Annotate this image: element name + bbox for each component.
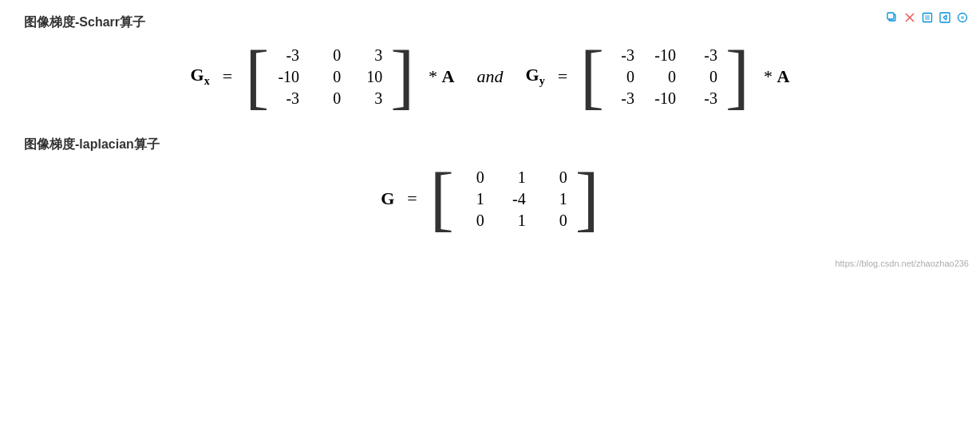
g-bracket-left: [ xyxy=(430,163,454,235)
g-cell-12: 1 xyxy=(545,190,567,208)
g-cell-01: 1 xyxy=(504,168,526,187)
gx-matrix: -3 0 3 -10 0 10 -3 0 3 xyxy=(269,43,390,111)
close-icon[interactable] xyxy=(903,11,916,24)
gx-sub: x xyxy=(204,76,210,88)
connector-and: and xyxy=(477,66,504,87)
toolbar xyxy=(886,11,969,24)
gy-eq: = xyxy=(558,66,567,87)
g-cell-02: 0 xyxy=(545,168,567,187)
g-cell-20: 0 xyxy=(462,212,484,230)
g-var: G xyxy=(381,188,394,209)
share-icon[interactable] xyxy=(939,11,951,24)
gx-cell-11: 0 xyxy=(318,68,341,86)
svg-rect-5 xyxy=(925,15,930,20)
gy-multiplier: * A xyxy=(764,66,789,87)
star-icon[interactable] xyxy=(956,11,969,24)
page-container: 图像梯度-Scharr算子 Gx = [ -3 0 3 -10 0 10 -3 … xyxy=(0,0,980,275)
g-cell-00: 0 xyxy=(462,168,484,187)
scharr-formula-row: Gx = [ -3 0 3 -10 0 10 -3 0 3 ] * A xyxy=(24,41,956,113)
g-cell-21: 1 xyxy=(504,212,526,230)
gx-cell-21: 0 xyxy=(318,89,341,108)
g-bracket-right: ] xyxy=(575,163,599,235)
svg-rect-6 xyxy=(940,13,950,22)
gy-bracket-left: [ xyxy=(580,41,604,113)
laplacian-formula-row: G = [ 0 1 0 1 -4 1 0 1 0 ] xyxy=(24,163,956,235)
gy-sub: y xyxy=(539,76,545,88)
gx-cell-10: -10 xyxy=(277,68,299,86)
gy-cell-11: 0 xyxy=(654,68,676,86)
g-matrix-wrapper: [ 0 1 0 1 -4 1 0 1 0 ] xyxy=(430,163,599,235)
copy-icon[interactable] xyxy=(886,11,899,24)
laplacian-title: 图像梯度-laplacian算子 xyxy=(24,136,956,153)
gy-cell-02: -3 xyxy=(695,46,717,65)
gx-multiplier: * A xyxy=(429,66,454,87)
laplacian-section: 图像梯度-laplacian算子 G = [ 0 1 0 1 -4 1 0 1 … xyxy=(24,136,956,235)
gy-var: Gy xyxy=(526,65,545,88)
gx-var: Gx xyxy=(191,65,210,88)
gx-cell-22: 3 xyxy=(360,89,382,108)
gx-bracket-right: ] xyxy=(390,41,414,113)
gy-cell-22: -3 xyxy=(695,89,717,108)
g-cell-22: 0 xyxy=(545,212,567,230)
gy-matrix-wrapper: [ -3 -10 -3 0 0 0 -3 -10 -3 ] xyxy=(580,41,749,113)
g-eq: = xyxy=(407,188,417,209)
svg-rect-1 xyxy=(887,13,894,19)
gy-cell-21: -10 xyxy=(654,89,676,108)
gx-cell-20: -3 xyxy=(277,89,299,108)
fullscreen-icon[interactable] xyxy=(921,11,934,24)
gy-cell-01: -10 xyxy=(654,46,676,65)
g-cell-10: 1 xyxy=(462,190,484,208)
scharr-title: 图像梯度-Scharr算子 xyxy=(24,14,956,31)
gy-cell-20: -3 xyxy=(612,89,634,108)
gy-matrix: -3 -10 -3 0 0 0 -3 -10 -3 xyxy=(604,43,725,111)
gy-cell-12: 0 xyxy=(695,68,717,86)
gx-cell-00: -3 xyxy=(277,46,299,65)
gy-cell-00: -3 xyxy=(612,46,634,65)
gy-cell-10: 0 xyxy=(612,68,634,86)
gy-bracket-right: ] xyxy=(725,41,749,113)
gx-cell-01: 0 xyxy=(318,46,341,65)
gx-cell-02: 3 xyxy=(360,46,382,65)
gx-bracket-left: [ xyxy=(245,41,269,113)
gx-cell-12: 10 xyxy=(360,68,382,86)
svg-point-8 xyxy=(961,16,964,19)
scharr-section: 图像梯度-Scharr算子 Gx = [ -3 0 3 -10 0 10 -3 … xyxy=(24,14,956,113)
gx-matrix-wrapper: [ -3 0 3 -10 0 10 -3 0 3 ] xyxy=(245,41,414,113)
g-matrix: 0 1 0 1 -4 1 0 1 0 xyxy=(454,165,575,233)
gx-eq: = xyxy=(223,66,232,87)
watermark: https://blog.csdn.net/zhaozhao236 xyxy=(835,259,969,268)
g-cell-11: -4 xyxy=(504,190,526,208)
